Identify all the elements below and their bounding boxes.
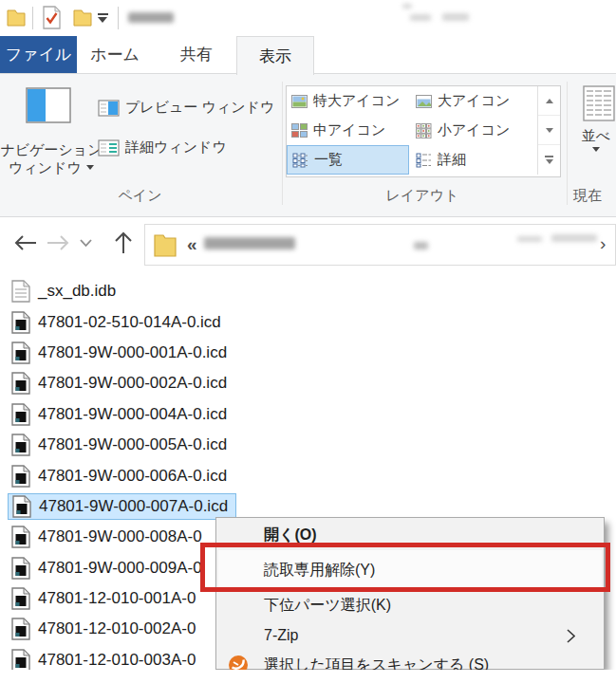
layout-details[interactable]: 詳細 [411, 145, 537, 175]
address-bar-row: « › [0, 216, 616, 275]
details-pane-label: 詳細ウィンドウ [125, 138, 227, 157]
file-row[interactable]: 47801-9W-000-002A-0.icd [0, 368, 616, 398]
tab-share-label: 共有 [180, 44, 213, 65]
nav-pane-label-line1: ナビゲーション [0, 140, 103, 158]
icd-file-icon [11, 403, 30, 426]
icd-file-icon [11, 526, 30, 548]
gallery-scroll-down[interactable] [538, 116, 560, 145]
file-name: 47801-02-510-014A-0.icd [38, 313, 221, 332]
icd-file-icon [11, 434, 30, 456]
medium-icons-label: 中アイコン [313, 121, 385, 139]
qat-separator [32, 7, 33, 29]
chevron-down-icon [86, 165, 94, 170]
navigation-pane-button-label[interactable]: ナビゲーション ウィンドウ [0, 140, 103, 176]
layout-medium-icons[interactable]: 中アイコン [287, 116, 411, 145]
layout-gallery: 特大アイコン 中アイコン [286, 85, 561, 177]
panes-group-label: ペイン [0, 187, 280, 205]
menu-item-7zip-label: 7-Zip [264, 627, 298, 644]
ribbon-tab-bar: ファイル ホーム 共有 表示 [0, 36, 616, 74]
details-view-icon [416, 153, 432, 168]
redacted-window-title [128, 12, 174, 23]
gallery-more-button[interactable] [538, 145, 560, 175]
icd-file-icon [11, 465, 30, 488]
details-pane-button[interactable]: 詳細ウィンドウ [98, 138, 227, 157]
ribbon: ナビゲーション ウィンドウ プレビュー ウィンドウ 詳細ウィンドウ ペイン [0, 73, 616, 217]
file-name: 47801-9W-000-008A-0 [38, 527, 202, 546]
qat-customize-dropdown[interactable] [98, 13, 108, 23]
redacted-path-segment [517, 236, 542, 242]
icd-file-icon [11, 557, 30, 580]
generic-document-icon [11, 280, 30, 303]
navigation-pane-button[interactable] [26, 87, 71, 127]
recent-locations-dropdown[interactable] [80, 239, 92, 248]
up-button[interactable] [112, 229, 135, 255]
tab-share[interactable]: 共有 [165, 36, 228, 73]
redacted-path-segment [551, 234, 597, 242]
folder-icon[interactable] [72, 8, 93, 28]
layout-small-icons[interactable]: 小アイコン [411, 116, 537, 145]
icd-file-icon [12, 495, 31, 518]
file-row[interactable]: _sx_db.idb [0, 276, 616, 306]
menu-item-select-subparts[interactable]: 下位パーツ選択(K) [218, 590, 602, 620]
menu-item-7zip[interactable]: 7-Zip [218, 620, 602, 651]
qat-separator [118, 7, 119, 29]
chevron-down-icon [98, 17, 107, 23]
file-name: 47801-9W-000-004A-0.icd [38, 405, 227, 424]
redacted-text [410, 14, 431, 21]
sort-by-icon [583, 85, 615, 121]
tab-home[interactable]: ホーム [84, 36, 146, 73]
redacted-text [442, 13, 469, 21]
folder-icon[interactable] [6, 8, 27, 28]
gallery-scroll-up[interactable] [538, 86, 560, 116]
extra-large-icons-label: 特大アイコン [313, 92, 400, 110]
tab-file-label: ファイル [6, 44, 72, 65]
large-icons-icon [416, 95, 432, 108]
icd-file-icon [11, 618, 30, 640]
address-bar[interactable]: « › [144, 224, 616, 266]
file-name: _sx_db.idb [38, 282, 116, 301]
chevron-up-icon [546, 99, 553, 103]
address-overflow-chevrons[interactable]: « [187, 234, 197, 255]
group-separator [567, 82, 568, 205]
forward-button[interactable] [46, 232, 72, 253]
details-pane-icon [98, 139, 120, 157]
medium-icons-icon [291, 123, 308, 138]
small-icons-icon [416, 123, 432, 138]
sort-by-button[interactable]: 並べ [583, 85, 615, 152]
address-expand-chevron[interactable]: › [600, 233, 606, 254]
small-icons-label: 小アイコン [438, 121, 510, 139]
layout-large-icons[interactable]: 大アイコン [411, 86, 537, 116]
more-bar [545, 156, 553, 157]
layout-list[interactable]: 一覧 [287, 145, 409, 175]
layout-group-label: レイアウト [285, 187, 560, 205]
icd-file-icon [11, 342, 30, 364]
list-view-label: 一覧 [314, 151, 343, 169]
extra-large-icons-icon [291, 95, 308, 108]
context-menu: 開く(O) 読取専用解除(Y) 下位パーツ選択(K) 7-Zip 選択した項目を… [215, 517, 605, 670]
file-row[interactable]: 47801-9W-000-001A-0.icd [0, 338, 616, 368]
file-name: 47801-9W-000-001A-0.icd [38, 343, 227, 362]
file-row[interactable]: 47801-02-510-014A-0.icd [0, 306, 616, 337]
preview-pane-button[interactable]: プレビュー ウィンドウ [98, 99, 274, 117]
file-row[interactable]: 47801-9W-000-004A-0.icd [0, 399, 616, 430]
explorer-window: { "tabs": { "file": "ファイル", "home": "ホーム… [0, 0, 616, 683]
sort-by-label: 並べ [582, 127, 610, 145]
tab-view-label: 表示 [259, 46, 291, 67]
group-separator [282, 82, 283, 205]
layout-extra-large-icons[interactable]: 特大アイコン [287, 86, 411, 116]
file-name: 47801-12-010-002A-0 [38, 619, 196, 638]
tab-file[interactable]: ファイル [0, 36, 77, 73]
file-row[interactable]: 47801-9W-000-006A-0.icd [0, 460, 616, 490]
redacted-path-segment [414, 242, 428, 249]
screenshot-bottom-crop [0, 670, 616, 683]
file-row[interactable]: 47801-9W-000-005A-0.icd [0, 430, 616, 460]
icd-file-icon [11, 372, 30, 395]
preview-pane-label: プレビュー ウィンドウ [125, 99, 274, 117]
checkmark-document-icon[interactable] [43, 6, 61, 29]
address-folder-icon [153, 231, 177, 258]
tab-view[interactable]: 表示 [236, 36, 314, 75]
icd-file-icon [11, 311, 30, 334]
file-name: 47801-9W-000-009A-0 [38, 559, 202, 578]
back-button[interactable] [11, 232, 38, 253]
annotation-red-rectangle [200, 543, 610, 592]
